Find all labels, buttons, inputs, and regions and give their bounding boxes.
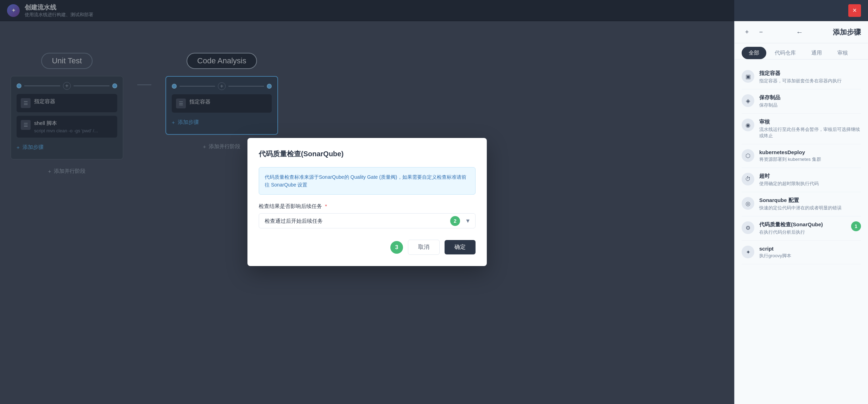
panel-item-name: kubernetesDeploy	[759, 149, 821, 155]
modal-dialog: 代码质量检查(SonarQube) 代码质量检查标准来源于SonarQube的 …	[247, 138, 487, 266]
panel-item-icon: ◎	[742, 197, 754, 210]
panel-item-text: 保存制品保存制品	[759, 94, 780, 108]
panel-item-desc: 流水线运行至此任务将会暂停，审核后可选择继续或终止	[759, 126, 861, 139]
tab-review[interactable]: 审核	[830, 47, 855, 59]
panel-item-text: 代码质量检查(SonarQube)在执行代码分析后执行	[759, 221, 823, 235]
panel-item-name: 超时	[759, 173, 819, 179]
panel-item[interactable]: ◈保存制品保存制品	[742, 89, 861, 114]
right-panel: + − ← 添加步骤 全部 代码仓库 通用 审核 ▣指定容器指定容器，可添加嵌套…	[734, 21, 868, 404]
panel-item[interactable]: ◎Sonarqube 配置快速的定位代码中潜在的或者明显的错误	[742, 192, 861, 216]
confirm-button[interactable]: 确定	[445, 240, 476, 254]
affect-subsequent-select[interactable]: 检查通过后开始后续任务	[259, 213, 476, 228]
modal-title: 代码质量检查(SonarQube)	[259, 149, 476, 159]
panel-item-desc: 执行groovy脚本	[759, 253, 791, 259]
confirm-badge: 3	[390, 241, 403, 254]
panel-item-text: kubernetesDeploy将资源部署到 kubernetes 集群	[759, 149, 821, 163]
panel-header-actions: + −	[742, 27, 766, 37]
panel-item-desc: 将资源部署到 kubernetes 集群	[759, 156, 821, 163]
panel-item-icon: ⬡	[742, 149, 754, 162]
panel-item-icon: ⏱	[742, 173, 754, 185]
panel-item-desc: 在执行代码分析后执行	[759, 229, 823, 235]
panel-item[interactable]: ⬡kubernetesDeploy将资源部署到 kubernetes 集群	[742, 144, 861, 168]
panel-item-desc: 保存制品	[759, 102, 780, 108]
panel-item-name: 代码质量检查(SonarQube)	[759, 221, 823, 228]
panel-item[interactable]: ◉审核流水线运行至此任务将会暂停，审核后可选择继续或终止	[742, 114, 861, 144]
tab-general[interactable]: 通用	[804, 47, 829, 59]
panel-item-text: script执行groovy脚本	[759, 246, 791, 259]
panel-item-text: 审核流水线运行至此任务将会暂停，审核后可选择继续或终止	[759, 119, 861, 139]
panel-minus-btn[interactable]: −	[756, 27, 766, 37]
panel-item-icon: ◉	[742, 119, 754, 131]
panel-item-icon: ✦	[742, 246, 754, 258]
panel-item-badge: 1	[851, 221, 861, 231]
panel-item-icon: ⚙	[742, 221, 754, 234]
panel-item-desc: 使用确定的超时限制执行代码	[759, 181, 819, 187]
panel-item-name: 审核	[759, 119, 861, 125]
panel-item-text: Sonarqube 配置快速的定位代码中潜在的或者明显的错误	[759, 197, 842, 211]
modal-info-box: 代码质量检查标准来源于SonarQube的 Quality Gate (质量阀)…	[259, 167, 476, 195]
arrow-back-icon[interactable]: ←	[796, 28, 803, 36]
panel-item[interactable]: ▣指定容器指定容器，可添加嵌套任务在容器内执行	[742, 65, 861, 89]
panel-item[interactable]: ⚙代码质量检查(SonarQube)在执行代码分析后执行1	[742, 216, 861, 241]
panel-item-text: 超时使用确定的超时限制执行代码	[759, 173, 819, 187]
panel-item-icon: ▣	[742, 70, 754, 83]
panel-items-list: ▣指定容器指定容器，可添加嵌套任务在容器内执行◈保存制品保存制品◉审核流水线运行…	[735, 59, 868, 404]
select-badge: 2	[450, 216, 460, 226]
panel-item[interactable]: ⏱超时使用确定的超时限制执行代码	[742, 168, 861, 192]
panel-item-text: 指定容器指定容器，可添加嵌套任务在容器内执行	[759, 70, 842, 84]
field-label-text: 检查结果是否影响后续任务	[259, 203, 322, 209]
tab-bar: 全部 代码仓库 通用 审核	[735, 43, 868, 59]
close-button[interactable]: ×	[848, 4, 861, 17]
panel-item-icon: ◈	[742, 94, 754, 107]
tab-all[interactable]: 全部	[742, 47, 766, 59]
modal-footer: 3 取消 确定	[259, 240, 476, 255]
panel-item-name: 指定容器	[759, 70, 842, 77]
select-wrapper: 检查通过后开始后续任务 2 ▼	[259, 213, 476, 228]
modal-field-label: 检查结果是否影响后续任务 *	[259, 203, 476, 210]
panel-item-name: script	[759, 246, 791, 252]
panel-item-desc: 快速的定位代码中潜在的或者明显的错误	[759, 205, 842, 211]
panel-title: 添加步骤	[833, 27, 861, 37]
cancel-button[interactable]: 取消	[408, 240, 440, 255]
right-panel-header: + − ← 添加步骤	[735, 21, 868, 43]
modal-overlay: 代码质量检查(SonarQube) 代码质量检查标准来源于SonarQube的 …	[0, 0, 734, 404]
panel-item-name: 保存制品	[759, 94, 780, 101]
required-star: *	[325, 203, 327, 209]
panel-add-btn[interactable]: +	[742, 27, 752, 37]
panel-item-desc: 指定容器，可添加嵌套任务在容器内执行	[759, 78, 842, 84]
panel-item[interactable]: ✦script执行groovy脚本	[742, 241, 861, 264]
panel-item-name: Sonarqube 配置	[759, 197, 842, 204]
tab-repo[interactable]: 代码仓库	[768, 47, 803, 59]
